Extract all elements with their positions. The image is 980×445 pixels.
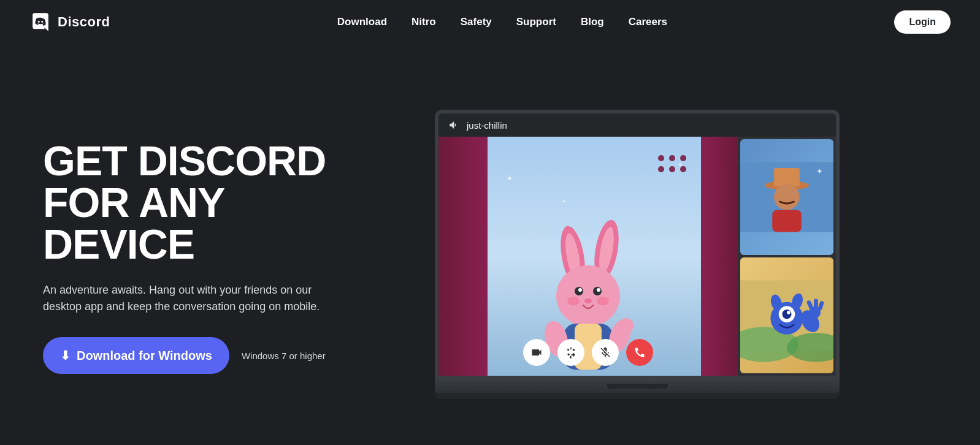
- svg-rect-21: [772, 210, 802, 232]
- hero-section: GET DISCORD FOR ANY DEVICE An adventure …: [0, 44, 980, 445]
- logo[interactable]: Discord: [29, 11, 110, 33]
- svg-point-4: [556, 265, 620, 327]
- svg-line-36: [820, 303, 822, 309]
- svg-point-28: [782, 310, 791, 319]
- brand-name: Discord: [58, 14, 110, 30]
- laptop-screen: just-chillin: [435, 110, 840, 379]
- laptop-topbar: just-chillin: [438, 113, 836, 137]
- nav-link-nitro[interactable]: Nitro: [412, 16, 436, 28]
- thumbnail-blue-creature: [740, 257, 833, 373]
- volume-icon: [448, 120, 459, 131]
- camera-control[interactable]: [523, 339, 550, 366]
- svg-point-7: [578, 288, 582, 292]
- hero-title: GET DISCORD FOR ANY DEVICE: [43, 140, 337, 265]
- svg-text:✦: ✦: [816, 167, 823, 176]
- navbar: Discord Download Nitro Safety Support Bl…: [0, 0, 980, 44]
- hero-actions: ⬇ Download for Windows Windows 7 or high…: [43, 337, 337, 374]
- svg-point-29: [787, 311, 791, 314]
- nav-link-download[interactable]: Download: [337, 16, 387, 28]
- nav-link-careers[interactable]: Careers: [629, 16, 667, 28]
- download-icon: ⬇: [60, 348, 71, 363]
- svg-rect-19: [774, 168, 800, 186]
- channel-name: just-chillin: [467, 120, 507, 131]
- svg-point-16: [619, 318, 634, 333]
- download-windows-button[interactable]: ⬇ Download for Windows: [43, 337, 229, 374]
- laptop-stand: [435, 393, 840, 399]
- hero-illustration: just-chillin: [337, 110, 937, 404]
- nav-link-safety[interactable]: Safety: [461, 16, 492, 28]
- hero-subtitle: An adventure awaits. Hang out with your …: [43, 282, 337, 315]
- platform-note: Windows 7 or higher: [242, 351, 326, 361]
- svg-line-34: [809, 303, 811, 308]
- nav-link-support[interactable]: Support: [516, 16, 556, 28]
- download-button-label: Download for Windows: [77, 349, 212, 363]
- thumbnail-hat-person: ✦: [740, 139, 833, 255]
- svg-point-20: [774, 184, 800, 210]
- nav-link-blog[interactable]: Blog: [581, 16, 604, 28]
- laptop-base: [435, 379, 840, 393]
- svg-point-9: [584, 299, 592, 303]
- login-button[interactable]: Login: [894, 10, 951, 34]
- laptop-illustration: just-chillin: [435, 110, 840, 404]
- discord-logo-icon: [29, 11, 52, 33]
- hangup-control[interactable]: [626, 339, 653, 366]
- laptop-notch: [607, 384, 668, 389]
- svg-point-11: [597, 297, 609, 305]
- svg-point-8: [597, 288, 600, 292]
- share-control[interactable]: [557, 339, 584, 366]
- side-thumbnails: ✦: [738, 137, 836, 376]
- svg-point-10: [567, 297, 580, 305]
- nav-links: Download Nitro Safety Support Blog Caree…: [337, 16, 667, 28]
- hero-content: GET DISCORD FOR ANY DEVICE An adventure …: [43, 140, 337, 374]
- mute-control[interactable]: [592, 339, 619, 366]
